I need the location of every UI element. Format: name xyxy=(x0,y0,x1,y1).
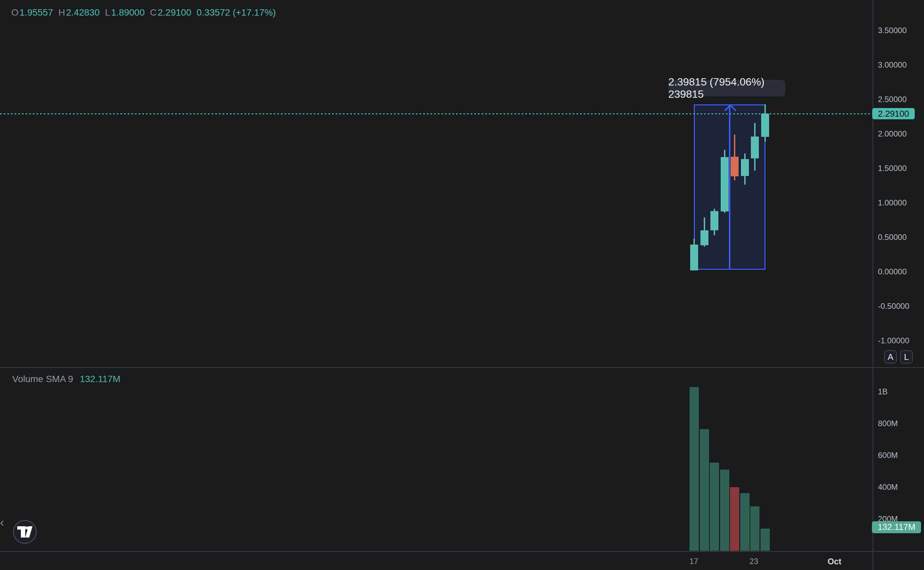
last-price-dotted-line xyxy=(0,113,873,114)
volume-sma-badge-text: 132.117M xyxy=(878,522,915,532)
price-axis-border xyxy=(873,0,873,570)
price-tick-label: 0.00000 xyxy=(878,267,907,276)
volume-tick-label: 400M xyxy=(878,483,898,492)
candle-body xyxy=(731,157,739,176)
time-tick-label: Oct xyxy=(827,557,841,566)
price-tick-label: -1.00000 xyxy=(878,336,909,345)
volume-bar xyxy=(720,470,729,551)
time-tick-label: 23 xyxy=(750,557,758,566)
volume-bar xyxy=(700,429,709,551)
price-tick-label: 1.00000 xyxy=(878,198,907,207)
volume-tick-label: 800M xyxy=(878,419,898,428)
ohlc-item: C2.29100 xyxy=(150,7,191,18)
candle-body xyxy=(741,159,749,176)
tradingview-logo[interactable] xyxy=(13,520,37,544)
ohlc-legend: O1.95557H2.42830L1.89000C2.291000.33572 … xyxy=(11,7,276,18)
volume-bar xyxy=(710,463,719,551)
candle-body xyxy=(710,211,718,230)
volume-tick-label: 600M xyxy=(878,451,898,460)
price-tick-label: 3.50000 xyxy=(878,26,907,35)
candle-body xyxy=(690,245,698,270)
auto-scale-button[interactable]: A xyxy=(884,350,897,363)
ohlc-item: H2.42830 xyxy=(58,7,100,18)
trading-chart-app: O1.95557H2.42830L1.89000C2.291000.33572 … xyxy=(0,0,924,570)
pane-separator[interactable] xyxy=(0,367,924,368)
auto-scale-label: A xyxy=(887,352,893,362)
log-scale-label: L xyxy=(904,352,909,362)
price-tick-label: -0.50000 xyxy=(878,302,909,311)
price-range-arrow-shaft xyxy=(729,106,730,269)
price-tick-label: 3.00000 xyxy=(878,60,907,70)
volume-legend: Volume SMA 9 132.117M xyxy=(12,374,120,385)
log-scale-button[interactable]: L xyxy=(900,350,913,363)
collapse-panel-chevron-icon[interactable]: ‹ xyxy=(0,516,4,530)
tradingview-logo-icon xyxy=(17,526,32,538)
price-tick-label: 2.00000 xyxy=(878,129,907,138)
volume-legend-value: 132.117M xyxy=(80,374,120,385)
candle-body xyxy=(751,136,759,158)
price-range-tooltip-text: 2.39815 (7954.06%) 239815 xyxy=(668,76,786,100)
volume-bar xyxy=(730,487,739,551)
time-tick-label: 17 xyxy=(690,557,698,566)
candle-body xyxy=(721,157,729,211)
price-tick-label: 2.50000 xyxy=(878,95,907,104)
volume-legend-title: Volume SMA 9 xyxy=(12,374,73,385)
ohlc-change: 0.33572 (+17.17%) xyxy=(197,7,276,18)
volume-sma-badge: 132.117M xyxy=(872,521,921,533)
volume-bar xyxy=(740,493,750,551)
price-tick-label: 0.50000 xyxy=(878,233,907,242)
last-price-badge-text: 2.29100 xyxy=(878,109,909,119)
volume-bar xyxy=(761,529,770,551)
volume-bar xyxy=(690,387,699,551)
price-range-tooltip: 2.39815 (7954.06%) 239815 xyxy=(668,80,786,97)
last-price-badge: 2.29100 xyxy=(872,108,915,119)
volume-bar xyxy=(750,506,759,551)
ohlc-item: O1.95557 xyxy=(11,7,53,18)
candle-body xyxy=(701,230,709,245)
time-axis-border xyxy=(0,551,924,552)
volume-tick-label: 1B xyxy=(878,387,887,396)
price-tick-label: 1.50000 xyxy=(878,164,907,173)
ohlc-item: L1.89000 xyxy=(105,7,145,18)
candle-body xyxy=(761,114,769,137)
